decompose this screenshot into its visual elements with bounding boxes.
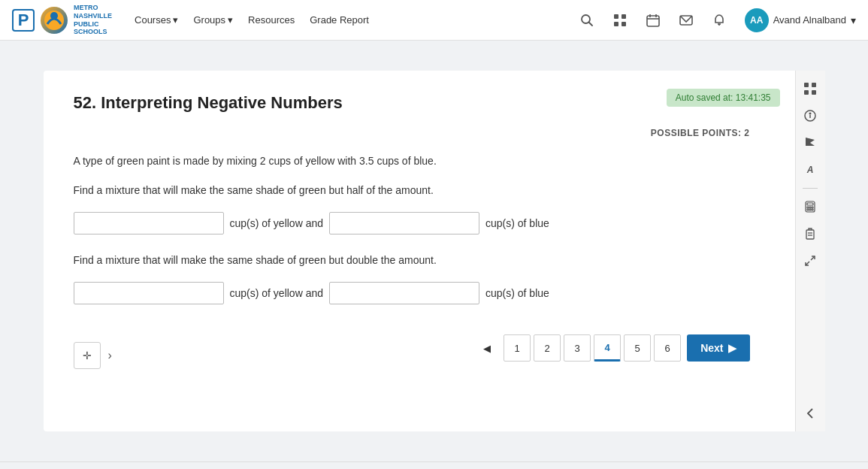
chevron-down-icon: ▾ — [228, 14, 233, 26]
svg-point-1 — [50, 12, 58, 20]
pagination: ◀ 1 2 3 4 5 6 Next ▶ — [473, 334, 749, 362]
next-button[interactable]: Next ▶ — [687, 334, 749, 362]
nav-courses[interactable]: Courses ▾ — [135, 14, 178, 26]
bell-icon[interactable] — [709, 10, 730, 31]
clipboard-tool-button[interactable] — [798, 222, 822, 246]
blue-input-1[interactable] — [329, 212, 479, 234]
svg-rect-6 — [614, 22, 618, 26]
next-arrow-icon: ▶ — [728, 342, 736, 354]
nav-links: Courses ▾ Groups ▾ Resources Grade Repor… — [135, 14, 369, 26]
svg-rect-23 — [807, 203, 813, 205]
svg-rect-18 — [812, 90, 816, 95]
expand-tool-button[interactable] — [798, 249, 822, 273]
nav-icons — [576, 10, 730, 31]
sidebar-tools: A — [795, 71, 825, 431]
content-card: Auto saved at: 13:41:35 52. Interpreting… — [44, 71, 825, 431]
footer: English Support | PRIVACY POLICY | Terms… — [0, 461, 868, 469]
nav-groups[interactable]: Groups ▾ — [193, 14, 233, 26]
avatar: AA — [745, 8, 769, 32]
yellow-input-2[interactable] — [74, 282, 224, 304]
cups-blue-label-1: cup(s) of blue — [485, 217, 549, 229]
logo-text: METRO NASHVILLE PUBLIC SCHOOLS — [74, 4, 112, 36]
logo-circle-icon — [41, 7, 68, 34]
text-tool-button[interactable]: A — [798, 158, 822, 182]
svg-rect-29 — [812, 209, 813, 210]
drag-handle[interactable]: ✛ — [74, 342, 101, 369]
svg-rect-16 — [812, 83, 816, 87]
svg-rect-8 — [647, 16, 659, 26]
answer-row-2: cup(s) of yellow and cup(s) of blue — [74, 282, 795, 304]
cups-yellow-label-2: cup(s) of yellow and — [230, 287, 324, 299]
forward-arrow-button[interactable]: › — [108, 349, 112, 362]
auto-save-badge: Auto saved at: 13:41:35 — [667, 89, 780, 107]
prev-page-button[interactable]: ◀ — [473, 334, 501, 362]
svg-rect-15 — [804, 83, 809, 87]
user-menu[interactable]: AA Avand Alnalband ▾ — [745, 8, 856, 32]
collapse-sidebar-button[interactable] — [798, 401, 822, 425]
svg-rect-26 — [812, 207, 813, 208]
page-button-5[interactable]: 5 — [624, 334, 651, 362]
svg-line-3 — [588, 22, 592, 26]
nav-grade-report[interactable]: Grade Report — [310, 14, 369, 26]
apps-icon[interactable] — [609, 10, 631, 31]
drag-area: ✛ › — [74, 342, 112, 369]
nav-resources[interactable]: Resources — [248, 14, 295, 26]
page-button-1[interactable]: 1 — [504, 334, 531, 362]
search-icon[interactable] — [576, 10, 597, 31]
user-chevron-icon: ▾ — [851, 14, 856, 26]
grid-tool-button[interactable] — [798, 77, 822, 101]
svg-rect-5 — [622, 14, 626, 19]
subquestion-2-label: Find a mixture that will make the same s… — [74, 253, 795, 268]
svg-rect-28 — [809, 209, 811, 210]
page-button-4[interactable]: 4 — [594, 334, 621, 362]
tool-divider-1 — [803, 188, 818, 189]
blue-input-2[interactable] — [329, 282, 479, 304]
svg-rect-7 — [622, 22, 626, 26]
subquestion-1-label: Find a mixture that will make the same s… — [74, 183, 795, 198]
page-button-3[interactable]: 3 — [564, 334, 591, 362]
chevron-down-icon: ▾ — [173, 14, 178, 26]
page-button-2[interactable]: 2 — [534, 334, 561, 362]
svg-rect-24 — [807, 207, 809, 208]
svg-rect-30 — [806, 230, 814, 239]
flag-tool-button[interactable] — [798, 131, 822, 155]
info-tool-button[interactable] — [798, 104, 822, 128]
mail-icon[interactable] — [676, 10, 697, 31]
svg-rect-27 — [807, 209, 809, 210]
page-button-6[interactable]: 6 — [654, 334, 681, 362]
svg-rect-4 — [614, 14, 618, 19]
possible-points: POSSIBLE POINTS: 2 — [74, 128, 750, 138]
main-container: Auto saved at: 13:41:35 52. Interpreting… — [21, 41, 848, 461]
yellow-input-1[interactable] — [74, 212, 224, 234]
svg-rect-25 — [809, 207, 811, 208]
user-name: Avand Alnalband — [773, 14, 846, 26]
svg-point-21 — [809, 113, 811, 114]
calculator-tool-button[interactable] — [798, 195, 822, 219]
cups-yellow-label-1: cup(s) of yellow and — [230, 217, 324, 229]
cups-blue-label-2: cup(s) of blue — [485, 287, 549, 299]
svg-rect-17 — [804, 90, 809, 95]
answer-row-1: cup(s) of yellow and cup(s) of blue — [74, 212, 795, 234]
calendar-icon[interactable] — [643, 10, 664, 31]
problem-text: A type of green paint is made by mixing … — [74, 153, 795, 169]
navbar: P METRO NASHVILLE PUBLIC SCHOOLS Courses… — [0, 0, 868, 41]
logo-p-icon: P — [12, 9, 35, 32]
logo: P METRO NASHVILLE PUBLIC SCHOOLS — [12, 4, 112, 36]
